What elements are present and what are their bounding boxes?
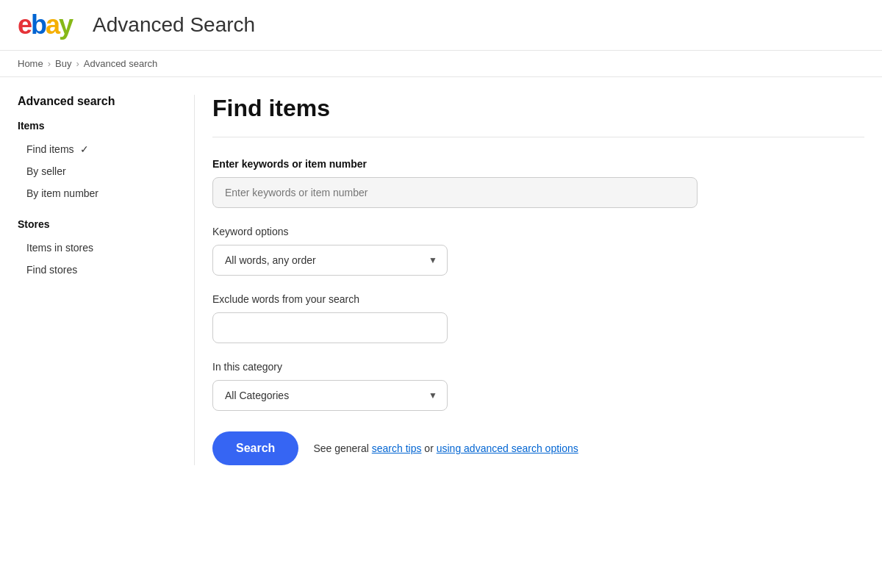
help-text-middle: or [421, 442, 436, 454]
help-text-prefix: See general [313, 442, 371, 454]
sidebar-item-find-stores[interactable]: Find stores [18, 259, 176, 280]
sidebar-title: Advanced search [18, 95, 176, 108]
category-wrapper: All Categories Antiques Art Baby Books B… [212, 380, 448, 411]
sidebar-item-find-items[interactable]: Find items ✓ [18, 139, 176, 159]
header-title: Advanced Search [93, 13, 255, 37]
sidebar-item-by-item-number[interactable]: By item number [18, 183, 176, 204]
breadcrumb-current: Advanced search [84, 58, 157, 69]
page-header: ebay Advanced Search [0, 0, 882, 51]
search-tips-link[interactable]: search tips [372, 442, 422, 454]
logo-letter-a: a [46, 10, 59, 40]
breadcrumb-sep-2: › [76, 58, 79, 69]
search-row: Search See general search tips or using … [212, 431, 864, 465]
keyword-options-wrapper: All words, any order Any words Exact wor… [212, 245, 448, 276]
divider [212, 137, 864, 137]
exclude-label: Exclude words from your search [212, 293, 864, 305]
keyword-options-select[interactable]: All words, any order Any words Exact wor… [212, 245, 448, 276]
sidebar: Advanced search Items Find items ✓ By se… [18, 95, 194, 465]
keyword-options-section: Keyword options All words, any order Any… [212, 226, 864, 276]
breadcrumb-sep-1: › [48, 58, 51, 69]
sidebar-item-by-item-number-label: By item number [26, 187, 98, 199]
logo-letter-y: y [59, 10, 72, 40]
exclude-input[interactable] [212, 312, 448, 343]
logo-letter-e: e [18, 10, 31, 40]
keyword-input[interactable] [212, 177, 698, 208]
sidebar-items-label: Items [18, 120, 176, 132]
page-title: Find items [212, 95, 864, 122]
main-container: Advanced search Items Find items ✓ By se… [0, 77, 882, 483]
keyword-label: Enter keywords or item number [212, 158, 864, 170]
sidebar-item-items-in-stores[interactable]: Items in stores [18, 237, 176, 258]
search-button[interactable]: Search [212, 431, 298, 465]
sidebar-item-find-items-label: Find items [26, 143, 74, 155]
sidebar-item-items-in-stores-label: Items in stores [26, 242, 93, 254]
breadcrumb-buy[interactable]: Buy [55, 58, 71, 69]
ebay-logo[interactable]: ebay [18, 12, 72, 38]
exclude-section: Exclude words from your search [212, 293, 864, 343]
keyword-section: Enter keywords or item number [212, 158, 864, 208]
breadcrumb-home[interactable]: Home [18, 58, 43, 69]
main-content: Find items Enter keywords or item number… [194, 95, 864, 465]
advanced-options-link[interactable]: using advanced search options [437, 442, 578, 454]
sidebar-item-by-seller[interactable]: By seller [18, 161, 176, 182]
sidebar-item-find-stores-label: Find stores [26, 264, 77, 276]
category-select[interactable]: All Categories Antiques Art Baby Books B… [212, 380, 448, 411]
sidebar-item-find-items-check: ✓ [80, 143, 89, 155]
keyword-options-label: Keyword options [212, 226, 864, 237]
sidebar-item-by-seller-label: By seller [26, 165, 66, 177]
breadcrumb: Home › Buy › Advanced search [0, 51, 882, 77]
category-label: In this category [212, 361, 864, 373]
sidebar-stores-label: Stores [18, 218, 176, 230]
sidebar-stores-section: Stores Items in stores Find stores [18, 218, 176, 280]
logo-letter-b: b [31, 10, 46, 40]
category-section: In this category All Categories Antiques… [212, 361, 864, 411]
search-help-text: See general search tips or using advance… [313, 442, 578, 454]
